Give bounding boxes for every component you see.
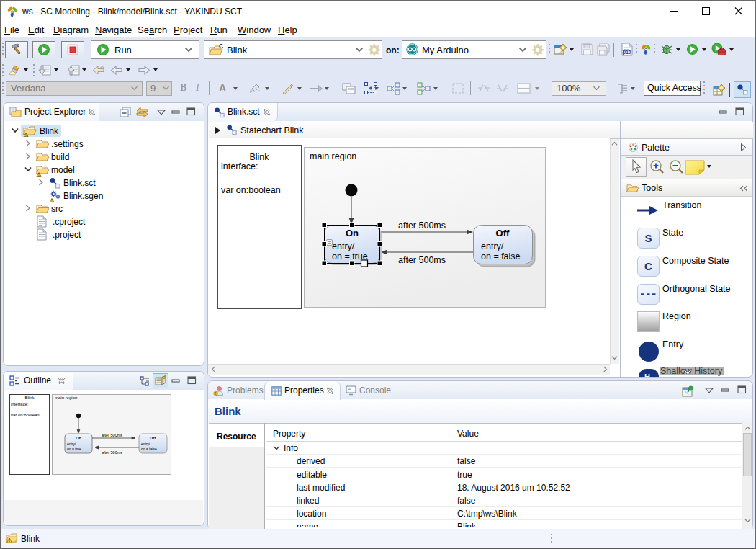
svg-text:Off: Off xyxy=(150,436,156,440)
svg-text:C: C xyxy=(219,43,223,50)
svg-text:entry/: entry/ xyxy=(67,442,76,446)
svg-text:On: On xyxy=(76,436,81,440)
svg-text:interface:: interface: xyxy=(221,161,258,171)
svg-text:main region: main region xyxy=(310,151,356,161)
svg-text:on = false: on = false xyxy=(481,251,521,262)
svg-text:on = true: on = true xyxy=(67,447,81,451)
svg-text:on = true: on = true xyxy=(332,251,368,262)
svg-text:On: On xyxy=(346,228,359,238)
svg-text:!: ! xyxy=(38,172,40,177)
svg-text:Blink: Blink xyxy=(249,152,269,162)
svg-text:010: 010 xyxy=(624,50,631,55)
svg-text:after 500ms: after 500ms xyxy=(102,450,122,455)
svg-text:after 500ms: after 500ms xyxy=(398,255,446,265)
svg-text:entry/: entry/ xyxy=(332,241,355,251)
svg-text:on = false: on = false xyxy=(141,447,157,451)
svg-text:var on:boolean: var on:boolean xyxy=(221,185,281,195)
svg-text:Off: Off xyxy=(496,228,510,238)
svg-text:!: ! xyxy=(25,133,27,137)
svg-text:after 500ms: after 500ms xyxy=(102,433,122,437)
svg-text:after 500ms: after 500ms xyxy=(398,220,446,231)
svg-text:entry/: entry/ xyxy=(481,241,504,251)
svg-text:!: ! xyxy=(51,198,53,202)
svg-text:!: ! xyxy=(9,537,10,543)
svg-text:entry/: entry/ xyxy=(141,442,150,446)
